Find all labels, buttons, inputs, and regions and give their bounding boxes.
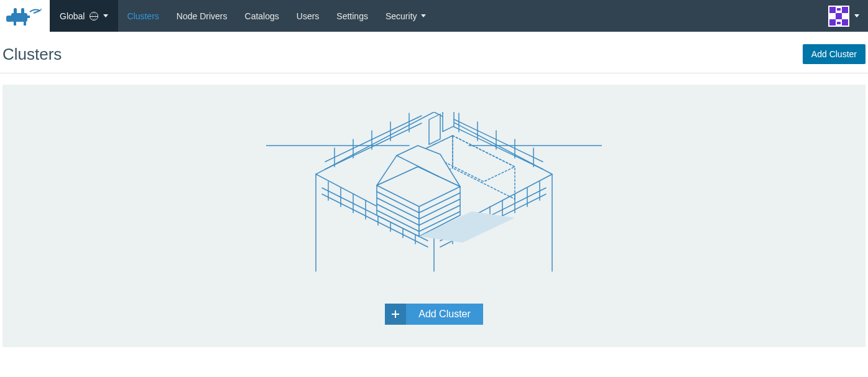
globe-icon — [90, 12, 98, 21]
nav-item-label: Users — [297, 11, 320, 21]
top-navbar: Global Clusters Node Drivers Catalogs Us… — [0, 0, 868, 32]
page-title: Clusters — [2, 45, 62, 64]
svg-line-54 — [446, 116, 543, 162]
add-cluster-big-button[interactable]: Add Cluster — [385, 304, 483, 325]
svg-rect-11 — [836, 13, 842, 19]
nav-item-settings[interactable]: Settings — [328, 0, 377, 32]
nav-item-clusters[interactable]: Clusters — [118, 0, 167, 32]
nav-item-label: Catalogs — [245, 11, 279, 21]
svg-rect-4 — [27, 16, 30, 18]
scope-label: Global — [60, 11, 85, 21]
add-cluster-big-label: Add Cluster — [406, 304, 483, 325]
svg-rect-10 — [842, 7, 848, 13]
user-menu[interactable] — [820, 0, 868, 32]
svg-rect-1 — [6, 16, 12, 22]
chevron-down-icon — [103, 14, 108, 17]
svg-point-7 — [40, 9, 42, 10]
empty-state-illustration — [266, 112, 602, 274]
nav-item-security[interactable]: Security — [377, 0, 435, 32]
nav-item-label: Node Drivers — [177, 11, 228, 21]
svg-rect-14 — [837, 8, 841, 11]
svg-rect-13 — [842, 19, 848, 26]
svg-rect-9 — [829, 7, 836, 13]
chevron-down-icon — [421, 14, 426, 17]
nav-item-label: Clusters — [127, 11, 159, 21]
svg-rect-5 — [14, 22, 16, 26]
svg-rect-15 — [837, 22, 841, 24]
svg-rect-2 — [14, 8, 17, 14]
rancher-logo-icon — [2, 6, 44, 27]
svg-line-55 — [446, 123, 543, 169]
chevron-down-icon — [854, 14, 859, 17]
svg-rect-0 — [11, 13, 27, 22]
plus-icon — [385, 304, 406, 325]
svg-rect-6 — [24, 22, 26, 26]
scope-selector[interactable]: Global — [50, 0, 118, 32]
svg-rect-12 — [829, 19, 836, 26]
nav-item-users[interactable]: Users — [288, 0, 328, 32]
add-cluster-button[interactable]: Add Cluster — [803, 44, 866, 64]
avatar-icon — [828, 6, 849, 27]
clusters-empty-state: Add Cluster — [2, 85, 866, 347]
nav-item-node-drivers[interactable]: Node Drivers — [168, 0, 236, 32]
svg-rect-3 — [21, 8, 24, 14]
rancher-logo[interactable] — [0, 0, 50, 32]
svg-rect-70 — [443, 112, 454, 131]
page-header: Clusters Add Cluster — [0, 32, 868, 73]
nav-item-catalogs[interactable]: Catalogs — [236, 0, 288, 32]
nav-item-label: Security — [386, 11, 417, 21]
nav-item-label: Settings — [336, 11, 368, 21]
svg-rect-69 — [429, 114, 440, 144]
